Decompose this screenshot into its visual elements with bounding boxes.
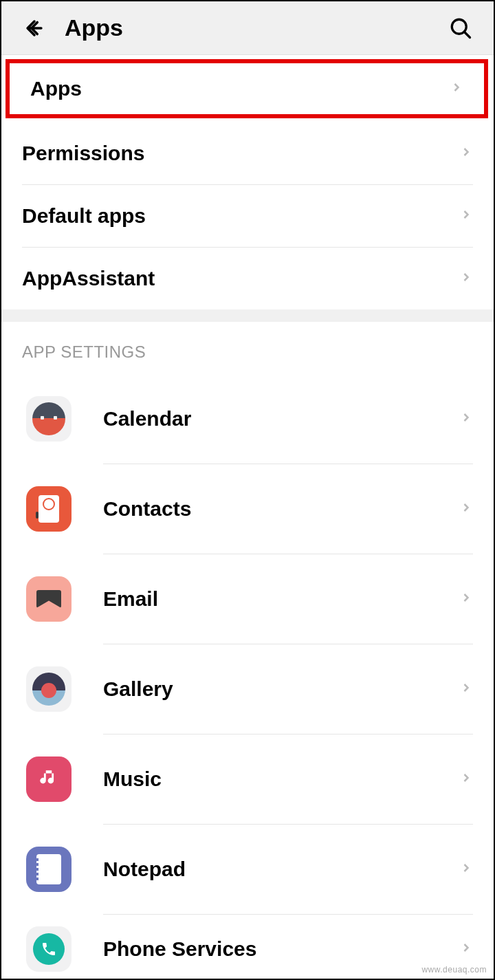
row-appassistant[interactable]: AppAssistant [1,248,494,309]
app-row-email[interactable]: Email [1,554,494,644]
app-label: Gallery [103,677,173,701]
chevron-right-icon [459,860,473,879]
row-default-apps[interactable]: Default apps [1,185,494,247]
search-icon [448,16,473,41]
email-icon [26,576,72,622]
calendar-icon [26,396,72,442]
chevron-right-icon [459,770,473,789]
gallery-icon [26,666,72,712]
notepad-icon [26,847,72,892]
chevron-right-icon [450,79,463,98]
page-title: Apps [65,14,123,41]
app-settings-list: Calendar Contacts Email Gallery Music No… [1,374,494,980]
app-row-phone-services[interactable]: Phone Services [1,915,494,980]
section-header-app-settings: APP SETTINGS [1,322,494,374]
app-label: Calendar [103,407,191,431]
back-button[interactable] [18,12,51,45]
search-button[interactable] [444,12,477,45]
app-label: Music [103,767,162,791]
app-label: Phone Services [103,937,256,961]
section-spacer [1,309,494,322]
app-row-contacts[interactable]: Contacts [1,464,494,554]
row-permissions[interactable]: Permissions [1,122,494,184]
chevron-right-icon [459,206,473,226]
watermark: www.deuaq.com [421,965,487,974]
app-row-music[interactable]: Music [1,734,494,824]
chevron-right-icon [459,499,473,519]
app-row-calendar[interactable]: Calendar [1,374,494,464]
phone-icon [26,926,72,972]
header-bar: Apps [1,1,494,55]
row-label: AppAssistant [22,267,155,290]
app-label: Notepad [103,858,186,881]
chevron-right-icon [459,144,473,163]
chevron-right-icon [459,679,473,699]
row-label: Default apps [22,204,146,228]
contacts-icon [26,486,72,532]
app-label: Email [103,587,158,611]
main-settings-list: Apps Permissions Default apps AppAssista… [1,59,494,309]
chevron-right-icon [459,589,473,609]
row-label: Permissions [22,142,144,165]
row-apps[interactable]: Apps [6,59,488,118]
chevron-right-icon [459,939,473,959]
app-label: Contacts [103,497,191,521]
chevron-right-icon [459,409,473,428]
music-icon [26,756,72,802]
app-row-gallery[interactable]: Gallery [1,644,494,734]
row-label: Apps [30,77,82,100]
back-arrow-icon [23,17,46,40]
app-row-notepad[interactable]: Notepad [1,825,494,914]
chevron-right-icon [459,269,473,288]
svg-line-2 [464,32,470,37]
